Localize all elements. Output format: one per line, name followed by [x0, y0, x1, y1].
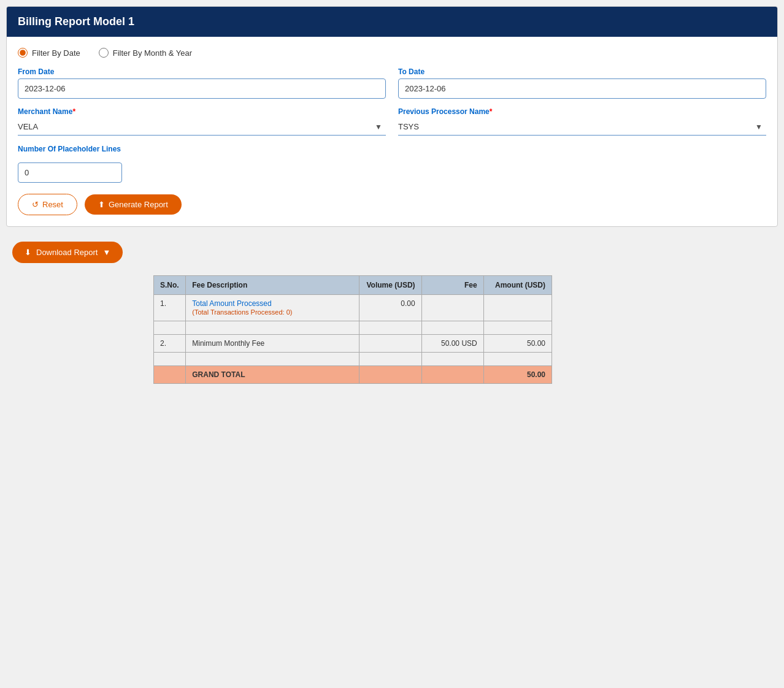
grand-total-amount: 50.00: [483, 366, 551, 384]
cell-amount: [483, 295, 551, 321]
form-section: Filter By Date Filter By Month & Year Fr…: [7, 37, 777, 226]
table-header: S.No. Fee Description Volume (USD) Fee A…: [154, 276, 552, 295]
date-row: From Date To Date: [18, 67, 766, 99]
table-header-row: S.No. Fee Description Volume (USD) Fee A…: [154, 276, 552, 295]
report-section: ⬇ Download Report ▼ S.No. Fee Descriptio…: [6, 234, 778, 391]
to-date-input[interactable]: [398, 78, 766, 99]
col-fee: Fee: [421, 276, 483, 295]
cell-fee: [421, 295, 483, 321]
placeholder-label: Number Of Placeholder Lines: [18, 145, 121, 153]
merchant-processor-row: Merchant Name* VELA ▼ Previous Processor…: [18, 107, 766, 136]
grand-total-sno: [154, 366, 186, 384]
table-row: 2. Minimum Monthly Fee 50.00 USD 50.00: [154, 335, 552, 353]
from-date-group: From Date: [18, 67, 386, 99]
cell-sno: 1.: [154, 295, 186, 321]
col-sno: S.No.: [154, 276, 186, 295]
to-date-label: To Date: [398, 67, 766, 76]
download-icon: ⬇: [25, 248, 31, 257]
download-report-button[interactable]: ⬇ Download Report ▼: [12, 242, 123, 263]
page-title: Billing Report Model 1: [18, 15, 134, 28]
cell-sno: 2.: [154, 335, 186, 353]
cell-volume: [359, 335, 421, 353]
grand-total-fee: [421, 366, 483, 384]
main-card: Billing Report Model 1 Filter By Date Fi…: [6, 6, 778, 227]
processor-select-wrapper: TSYS ▼: [398, 118, 766, 136]
page-header: Billing Report Model 1: [7, 7, 777, 37]
form-button-row: ↺ Reset ⬆ Generate Report: [18, 194, 766, 215]
report-table: S.No. Fee Description Volume (USD) Fee A…: [153, 275, 552, 384]
processor-group: Previous Processor Name* TSYS ▼: [398, 107, 766, 136]
col-volume: Volume (USD): [359, 276, 421, 295]
table-row-empty: [154, 321, 552, 335]
dropdown-arrow-icon: ▼: [102, 248, 110, 257]
to-date-group: To Date: [398, 67, 766, 99]
merchant-label: Merchant Name*: [18, 107, 386, 116]
merchant-group: Merchant Name* VELA ▼: [18, 107, 386, 136]
cell-fee: 50.00 USD: [421, 335, 483, 353]
from-date-input[interactable]: [18, 78, 386, 99]
col-amount: Amount (USD): [483, 276, 551, 295]
reset-icon: ↺: [32, 200, 39, 209]
col-fee-desc: Fee Description: [186, 276, 359, 295]
processor-label: Previous Processor Name*: [398, 107, 766, 116]
from-date-label: From Date: [18, 67, 386, 76]
processor-select[interactable]: TSYS: [398, 118, 766, 136]
grand-total-volume: [359, 366, 421, 384]
filter-radio-row: Filter By Date Filter By Month & Year: [18, 48, 766, 58]
cell-fee-desc: Minimum Monthly Fee: [186, 335, 359, 353]
table-row: 1. Total Amount Processed (Total Transac…: [154, 295, 552, 321]
filter-by-date-radio[interactable]: Filter By Date: [18, 48, 80, 58]
placeholder-input[interactable]: [18, 162, 122, 183]
table-row-empty: [154, 353, 552, 366]
merchant-select-wrapper: VELA ▼: [18, 118, 386, 136]
cell-fee-desc: Total Amount Processed (Total Transactio…: [186, 295, 359, 321]
cell-volume: 0.00: [359, 295, 421, 321]
filter-by-month-radio[interactable]: Filter By Month & Year: [99, 48, 192, 58]
reset-button[interactable]: ↺ Reset: [18, 194, 77, 215]
merchant-select[interactable]: VELA: [18, 118, 386, 136]
table-body: 1. Total Amount Processed (Total Transac…: [154, 295, 552, 384]
grand-total-label: GRAND TOTAL: [186, 366, 359, 384]
generate-icon: ⬆: [98, 200, 105, 209]
grand-total-row: GRAND TOTAL 50.00: [154, 366, 552, 384]
generate-report-button[interactable]: ⬆ Generate Report: [85, 194, 182, 215]
cell-amount: 50.00: [483, 335, 551, 353]
placeholder-group: Number Of Placeholder Lines: [18, 144, 766, 183]
